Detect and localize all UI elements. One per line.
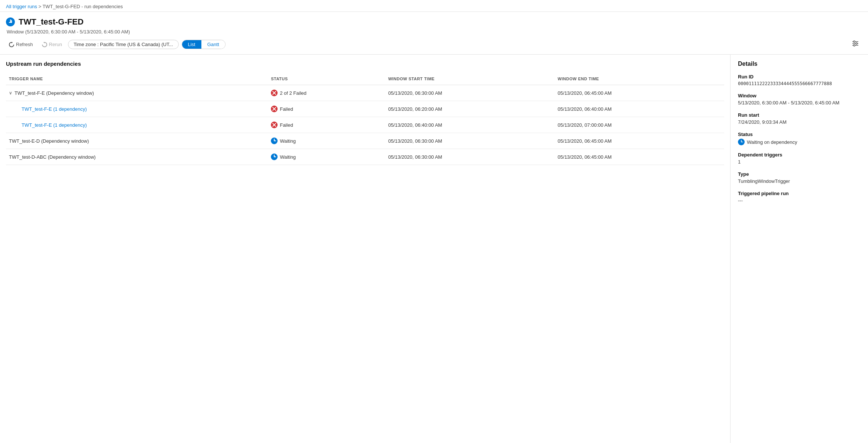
- window-end-cell: 05/13/2020, 06:45:00 AM: [555, 149, 724, 165]
- svg-point-7: [856, 43, 857, 44]
- triggered-pipeline-label: Triggered pipeline run: [738, 191, 861, 196]
- window-start-cell: 05/13/2020, 06:30:00 AM: [385, 85, 555, 101]
- svg-point-0: [6, 18, 14, 26]
- window-end-cell: 05/13/2020, 06:45:00 AM: [555, 133, 724, 149]
- status-cell: Failed: [271, 106, 382, 112]
- details-panel: Details Run ID 0000111122223333444455556…: [731, 55, 868, 443]
- type-value: TumblingWindowTrigger: [738, 178, 861, 184]
- run-start-value: 7/24/2020, 9:03:34 AM: [738, 119, 861, 125]
- section-title: Upstream run dependencies: [6, 61, 724, 67]
- refresh-label: Refresh: [16, 42, 33, 47]
- rerun-label: Rerun: [49, 42, 62, 47]
- triggered-pipeline-section: Triggered pipeline run ---: [738, 191, 861, 203]
- status-text: Failed: [280, 122, 293, 128]
- trigger-name-link[interactable]: TWT_test-F-E (1 dependency): [22, 106, 87, 112]
- view-toggle: List Gantt: [182, 40, 226, 49]
- status-text: Waiting on dependency: [747, 139, 797, 145]
- trigger-name-cell: TWT_test-E-D (Dependency window): [9, 138, 265, 144]
- col-window-end: WINDOW END TIME: [555, 74, 724, 85]
- failed-icon: [271, 106, 278, 112]
- window-end-cell: 05/13/2020, 06:45:00 AM: [555, 85, 724, 101]
- failed-icon: [271, 122, 278, 128]
- type-label: Type: [738, 171, 861, 177]
- chevron-icon[interactable]: ∨: [9, 90, 12, 96]
- type-section: Type TumblingWindowTrigger: [738, 171, 861, 184]
- table-row: TWT_test-D-ABC (Dependency window)Waitin…: [6, 149, 724, 165]
- window-start-cell: 05/13/2020, 06:30:00 AM: [385, 133, 555, 149]
- status-text: Waiting: [280, 154, 296, 160]
- trigger-name-cell: TWT_test-F-E (1 dependency): [9, 106, 265, 112]
- trigger-name-cell: ∨TWT_test-F-E (Dependency window): [9, 90, 265, 96]
- col-trigger-name: TRIGGER NAME: [6, 74, 268, 85]
- failed-icon: [271, 90, 278, 96]
- svg-point-6: [854, 41, 855, 42]
- trigger-name-text: TWT_test-F-E (Dependency window): [14, 90, 94, 96]
- trigger-name-link[interactable]: TWT_test-F-E (1 dependency): [22, 122, 87, 128]
- table-row: TWT_test-E-D (Dependency window)Waiting0…: [6, 133, 724, 149]
- window-label: Window (5/13/2020, 6:30:00 AM - 5/13/202…: [6, 29, 862, 35]
- run-id-section: Run ID 000011112222333344445555666677778…: [738, 74, 861, 86]
- content-area: Upstream run dependencies TRIGGER NAME S…: [0, 55, 731, 443]
- list-view-button[interactable]: List: [182, 40, 201, 49]
- window-detail-value: 5/13/2020, 6:30:00 AM - 5/13/2020, 6:45:…: [738, 100, 861, 106]
- gantt-view-button[interactable]: Gantt: [201, 40, 225, 49]
- waiting-icon: [271, 153, 278, 160]
- window-detail-label: Window: [738, 93, 861, 98]
- status-text: Waiting: [280, 138, 296, 144]
- trigger-name-text: TWT_test-D-ABC (Dependency window): [9, 154, 95, 160]
- dependent-triggers-label: Dependent triggers: [738, 152, 861, 158]
- status-clock-icon: [738, 139, 745, 145]
- refresh-button[interactable]: Refresh: [6, 40, 36, 49]
- window-end-cell: 05/13/2020, 06:40:00 AM: [555, 101, 724, 117]
- run-start-section: Run start 7/24/2020, 9:03:34 AM: [738, 112, 861, 125]
- timezone-button[interactable]: Time zone : Pacific Time (US & Canada) (…: [68, 40, 179, 49]
- waiting-icon: [271, 138, 278, 144]
- run-id-value: 00001111222233334444555566667777888: [738, 81, 861, 86]
- status-cell: Waiting: [271, 138, 382, 144]
- main-layout: Upstream run dependencies TRIGGER NAME S…: [0, 55, 868, 443]
- rerun-button[interactable]: Rerun: [39, 40, 65, 49]
- trigger-name-cell: TWT_test-D-ABC (Dependency window): [9, 154, 265, 160]
- run-id-label: Run ID: [738, 74, 861, 80]
- details-title: Details: [738, 61, 861, 67]
- dependent-triggers-value: 1: [738, 159, 861, 165]
- status-detail-value: Waiting on dependency: [738, 139, 861, 145]
- status-section: Status Waiting on dependency: [738, 132, 861, 145]
- window-start-cell: 05/13/2020, 06:30:00 AM: [385, 149, 555, 165]
- breadcrumb-separator: >: [38, 4, 42, 9]
- status-text: Failed: [280, 106, 293, 112]
- window-start-cell: 05/13/2020, 06:40:00 AM: [385, 117, 555, 133]
- table-row: TWT_test-F-E (1 dependency)Failed05/13/2…: [6, 117, 724, 133]
- status-cell: Failed: [271, 122, 382, 128]
- settings-icon-button[interactable]: [849, 38, 862, 51]
- trigger-name-cell: TWT_test-F-E (1 dependency): [9, 122, 265, 128]
- window-start-cell: 05/13/2020, 06:20:00 AM: [385, 101, 555, 117]
- refresh-icon: [9, 42, 14, 47]
- col-status: STATUS: [268, 74, 385, 85]
- table-row: ∨TWT_test-F-E (Dependency window)2 of 2 …: [6, 85, 724, 101]
- svg-point-8: [854, 45, 855, 46]
- col-window-start: WINDOW START TIME: [385, 74, 555, 85]
- breadcrumb: All trigger runs > TWT_test-G-FED - run …: [0, 0, 868, 12]
- triggered-pipeline-value: ---: [738, 198, 861, 203]
- toolbar: Refresh Rerun Time zone : Pacific Time (…: [0, 38, 868, 55]
- window-end-cell: 05/13/2020, 07:00:00 AM: [555, 117, 724, 133]
- window-section: Window 5/13/2020, 6:30:00 AM - 5/13/2020…: [738, 93, 861, 106]
- status-cell: 2 of 2 Failed: [271, 90, 382, 96]
- run-start-label: Run start: [738, 112, 861, 118]
- dependent-triggers-section: Dependent triggers 1: [738, 152, 861, 165]
- page-header: TWT_test-G-FED Window (5/13/2020, 6:30:0…: [0, 12, 868, 35]
- page-title: TWT_test-G-FED: [19, 17, 84, 27]
- breadcrumb-parent-link[interactable]: All trigger runs: [6, 4, 37, 9]
- status-detail-label: Status: [738, 132, 861, 137]
- clock-icon: [6, 17, 15, 26]
- table-row: TWT_test-F-E (1 dependency)Failed05/13/2…: [6, 101, 724, 117]
- trigger-name-text: TWT_test-E-D (Dependency window): [9, 138, 89, 144]
- settings-icon: [852, 40, 859, 47]
- rerun-icon: [42, 42, 47, 47]
- status-text: 2 of 2 Failed: [280, 90, 307, 96]
- status-cell: Waiting: [271, 153, 382, 160]
- breadcrumb-current: TWT_test-G-FED - run dependencies: [42, 4, 123, 9]
- dependencies-table: TRIGGER NAME STATUS WINDOW START TIME WI…: [6, 74, 724, 165]
